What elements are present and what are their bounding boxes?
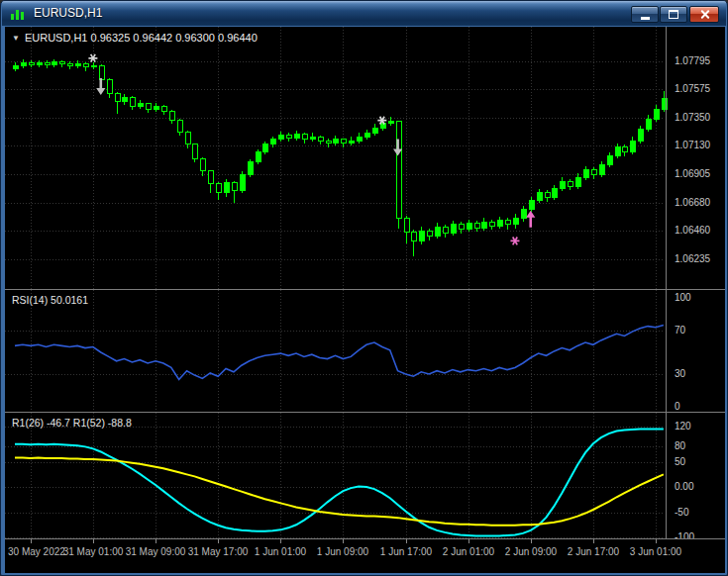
chart-menu-icon[interactable]: ▼ (12, 34, 20, 43)
maximize-icon (669, 10, 678, 19)
rsi-label: RSI(14) 50.0161 (12, 294, 88, 306)
minimize-button[interactable] (631, 6, 659, 23)
time-tick (656, 539, 657, 543)
time-label: 30 May 2022 (8, 546, 65, 557)
time-tick (31, 539, 32, 543)
time-label: 2 Jun 01:00 (443, 546, 494, 557)
close-button[interactable] (689, 6, 719, 23)
time-axis[interactable]: 30 May 202231 May 01:0031 May 09:0031 Ma… (5, 539, 725, 573)
window-controls (630, 6, 719, 23)
r1-canvas[interactable] (5, 413, 725, 538)
r1-indicator-panel: 12080500.00-50-100 R1(26) -46.7 R1(52) -… (5, 413, 725, 538)
time-tick (468, 539, 469, 543)
time-tick (531, 539, 532, 543)
time-tick (343, 539, 344, 543)
chart-client-area: 1.077951.075751.073501.071301.069051.066… (5, 27, 725, 573)
time-tick (406, 539, 407, 543)
rsi-canvas[interactable] (5, 290, 725, 412)
time-label: 3 Jun 01:00 (630, 546, 681, 557)
time-tick (218, 539, 219, 543)
time-tick (156, 539, 156, 543)
time-label: 31 May 01:00 (63, 546, 124, 557)
window-title: EURUSD,H1 (34, 1, 102, 25)
main-chart-canvas[interactable] (5, 27, 725, 289)
r1-label: R1(26) -46.7 R1(52) -88.8 (12, 417, 132, 429)
main-chart-panel: 1.077951.075751.073501.071301.069051.066… (5, 27, 725, 289)
time-tick (280, 539, 281, 543)
chart-header: ▼ EURUSD,H1 0.96325 0.96442 0.96300 0.96… (12, 32, 258, 44)
time-label: 1 Jun 01:00 (255, 546, 306, 557)
close-icon (699, 9, 710, 20)
time-label: 1 Jun 09:00 (317, 546, 368, 557)
time-tick (593, 539, 594, 543)
time-label: 31 May 09:00 (126, 546, 186, 557)
time-tick (93, 539, 94, 543)
chart-ohlc-header: EURUSD,H1 0.96325 0.96442 0.96300 0.9644… (25, 32, 258, 44)
window-icon (11, 7, 27, 20)
minimize-icon (641, 17, 650, 20)
time-label: 2 Jun 09:00 (505, 546, 557, 557)
time-label: 2 Jun 17:00 (568, 546, 619, 557)
maximize-button[interactable] (660, 6, 687, 23)
time-label: 1 Jun 17:00 (380, 546, 432, 557)
mt4-chart-window: EURUSD,H1 1.077951.075751.073501.071301.… (0, 0, 728, 576)
titlebar[interactable]: EURUSD,H1 (2, 1, 726, 26)
time-label: 31 May 17:00 (188, 546, 249, 557)
rsi-panel: 10070300 RSI(14) 50.0161 (5, 290, 725, 412)
